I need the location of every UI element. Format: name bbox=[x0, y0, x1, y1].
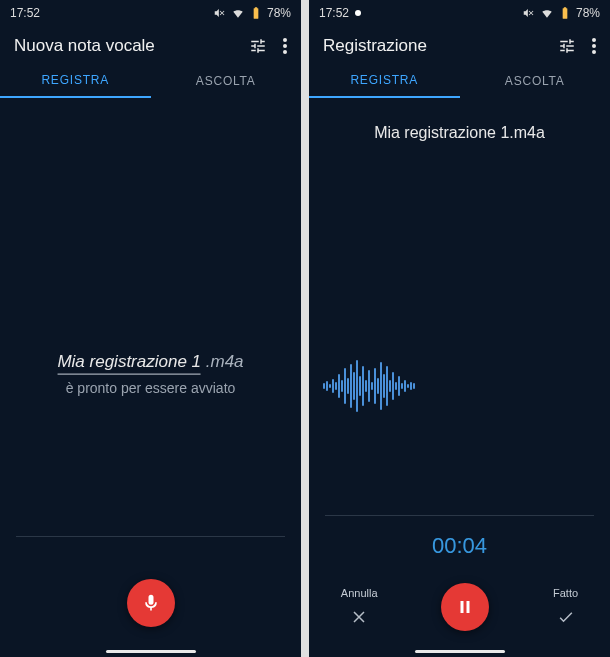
mic-icon bbox=[141, 593, 161, 613]
app-bar: Registrazione bbox=[309, 26, 610, 64]
done-button[interactable]: Fatto bbox=[553, 587, 578, 627]
svg-point-5 bbox=[592, 50, 596, 54]
content-area: Mia registrazione 1 .m4a è pronto per es… bbox=[0, 98, 301, 657]
svg-point-0 bbox=[283, 38, 287, 42]
svg-rect-7 bbox=[467, 601, 470, 613]
status-bar: 17:52 78% bbox=[0, 0, 301, 26]
more-icon[interactable] bbox=[592, 38, 596, 54]
waveform-bar bbox=[374, 368, 376, 404]
waveform-bar bbox=[398, 376, 400, 396]
status-time: 17:52 bbox=[10, 6, 40, 20]
tabs: REGISTRA ASCOLTA bbox=[309, 64, 610, 98]
pause-icon bbox=[456, 598, 474, 616]
tab-ascolta[interactable]: ASCOLTA bbox=[151, 64, 302, 98]
bottom-controls: Annulla Fatto bbox=[309, 583, 610, 631]
battery-icon bbox=[558, 6, 572, 20]
tune-icon[interactable] bbox=[558, 37, 576, 55]
recording-indicator-icon bbox=[355, 10, 361, 16]
filename-row: Mia registrazione 1 .m4a bbox=[15, 351, 286, 371]
close-icon bbox=[349, 607, 369, 627]
svg-point-1 bbox=[283, 44, 287, 48]
page-title: Nuova nota vocale bbox=[14, 36, 155, 56]
status-battery: 78% bbox=[576, 6, 600, 20]
waveform-bar bbox=[350, 364, 352, 408]
battery-icon bbox=[249, 6, 263, 20]
more-icon[interactable] bbox=[283, 38, 287, 54]
tabs: REGISTRA ASCOLTA bbox=[0, 64, 301, 98]
waveform-bar bbox=[368, 370, 370, 402]
waveform-bar bbox=[380, 362, 382, 410]
recording-filename: Mia registrazione 1.m4a bbox=[374, 124, 545, 142]
pause-button[interactable] bbox=[441, 583, 489, 631]
waveform-bar bbox=[323, 383, 325, 389]
waveform-bar bbox=[404, 380, 406, 392]
content-area: Mia registrazione 1.m4a 00:04 Annulla Fa… bbox=[309, 98, 610, 657]
record-button[interactable] bbox=[127, 579, 175, 627]
status-bar: 17:52 78% bbox=[309, 0, 610, 26]
waveform-bar bbox=[362, 366, 364, 406]
waveform-bar bbox=[332, 379, 334, 393]
waveform-bar bbox=[365, 380, 367, 392]
done-label: Fatto bbox=[553, 587, 578, 599]
wifi-icon bbox=[231, 6, 245, 20]
waveform-bar bbox=[356, 360, 358, 412]
waveform-bar bbox=[389, 380, 391, 392]
mute-icon bbox=[213, 6, 227, 20]
timer: 00:04 bbox=[309, 533, 610, 559]
waveform-bar bbox=[347, 378, 349, 394]
waveform bbox=[323, 358, 596, 414]
waveform-bar bbox=[413, 383, 415, 389]
cancel-button[interactable]: Annulla bbox=[341, 587, 378, 627]
page-title: Registrazione bbox=[323, 36, 427, 56]
tab-registra[interactable]: REGISTRA bbox=[0, 64, 151, 98]
waveform-bar bbox=[407, 384, 409, 388]
waveform-bar bbox=[353, 372, 355, 400]
home-indicator[interactable] bbox=[106, 650, 196, 653]
filename-ext: .m4a bbox=[206, 351, 244, 370]
cancel-label: Annulla bbox=[341, 587, 378, 599]
divider bbox=[16, 536, 285, 537]
waveform-bar bbox=[344, 368, 346, 404]
tab-ascolta[interactable]: ASCOLTA bbox=[460, 64, 611, 98]
status-time: 17:52 bbox=[319, 6, 349, 20]
status-battery: 78% bbox=[267, 6, 291, 20]
app-bar: Nuova nota vocale bbox=[0, 26, 301, 64]
waveform-bar bbox=[383, 374, 385, 398]
waveform-bar bbox=[341, 380, 343, 392]
waveform-bar bbox=[359, 376, 361, 396]
waveform-bar bbox=[371, 382, 373, 390]
tab-registra[interactable]: REGISTRA bbox=[309, 64, 460, 98]
tune-icon[interactable] bbox=[249, 37, 267, 55]
waveform-bar bbox=[326, 381, 328, 391]
ready-subtitle: è pronto per essere avviato bbox=[15, 379, 286, 395]
mute-icon bbox=[522, 6, 536, 20]
svg-point-2 bbox=[283, 50, 287, 54]
check-icon bbox=[556, 607, 576, 627]
waveform-bar bbox=[377, 378, 379, 394]
waveform-bar bbox=[395, 382, 397, 390]
wifi-icon bbox=[540, 6, 554, 20]
waveform-bar bbox=[410, 382, 412, 390]
waveform-bar bbox=[338, 374, 340, 398]
svg-point-4 bbox=[592, 44, 596, 48]
waveform-bar bbox=[329, 384, 331, 388]
filename-input[interactable]: Mia registrazione 1 bbox=[57, 351, 201, 374]
waveform-bar bbox=[392, 372, 394, 400]
waveform-bar bbox=[401, 383, 403, 389]
svg-point-3 bbox=[592, 38, 596, 42]
phone-left: 17:52 78% Nuova nota vocale REGISTRA ASC… bbox=[0, 0, 301, 657]
svg-rect-6 bbox=[461, 601, 464, 613]
divider bbox=[325, 515, 594, 516]
phone-right: 17:52 78% Registrazione REGISTRA ASCOLTA… bbox=[309, 0, 610, 657]
home-indicator[interactable] bbox=[415, 650, 505, 653]
waveform-bar bbox=[335, 382, 337, 390]
waveform-bar bbox=[386, 366, 388, 406]
